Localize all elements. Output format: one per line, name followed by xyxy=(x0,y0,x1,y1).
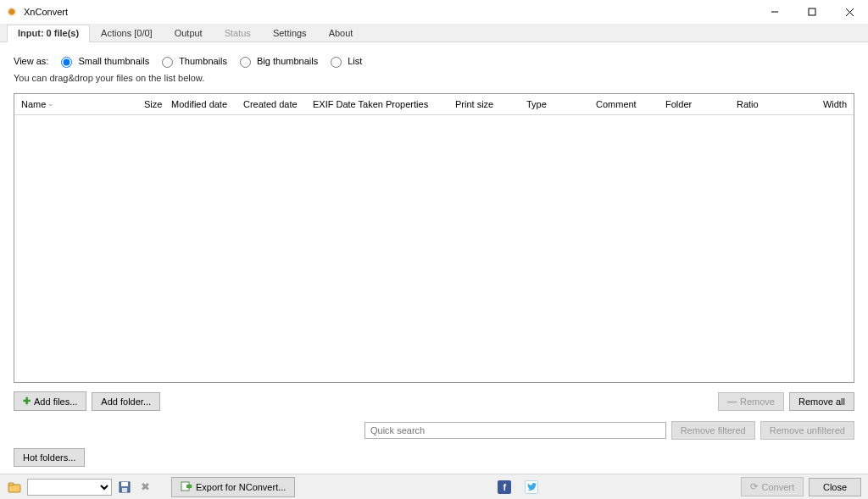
remove-button: — Remove xyxy=(718,392,784,411)
tab-input[interactable]: Input: 0 file(s) xyxy=(7,25,90,42)
col-size[interactable]: Size xyxy=(137,94,164,114)
tab-content-input: View as: Small thumbnails Thumbnails Big… xyxy=(0,42,868,474)
delete-preset-icon: ✖ xyxy=(137,480,153,495)
radio-list[interactable] xyxy=(331,57,342,68)
col-folder[interactable]: Folder xyxy=(659,94,730,114)
open-preset-icon[interactable] xyxy=(7,480,22,495)
twitter-icon[interactable] xyxy=(525,480,538,494)
col-width[interactable]: Width xyxy=(798,94,854,114)
add-folder-button[interactable]: Add folder... xyxy=(92,392,160,411)
view-as-label: View as: xyxy=(14,56,48,66)
close-window-button[interactable] xyxy=(831,0,868,24)
col-print-size[interactable]: Print size xyxy=(448,94,520,114)
status-bar: ✖ Export for NConvert... f ⟳ Convert Clo… xyxy=(0,474,868,499)
remove-unfiltered-button: Remove unfiltered xyxy=(760,421,854,440)
sort-indicator-icon: ⌄ xyxy=(47,99,54,108)
plus-icon: ✚ xyxy=(23,396,31,407)
view-as-small-thumbnails[interactable]: Small thumbnails xyxy=(57,54,149,68)
save-preset-icon[interactable] xyxy=(117,480,132,495)
convert-button: ⟳ Convert xyxy=(741,477,804,496)
maximize-button[interactable] xyxy=(793,0,831,24)
title-bar: ✹ XnConvert xyxy=(0,0,868,24)
radio-big-thumbnails[interactable] xyxy=(240,57,251,68)
remove-all-button[interactable]: Remove all xyxy=(789,392,854,411)
col-comment[interactable]: Comment xyxy=(589,94,659,114)
window-title: XnConvert xyxy=(24,7,68,17)
tab-actions[interactable]: Actions [0/0] xyxy=(90,25,164,42)
preset-select[interactable] xyxy=(27,479,112,496)
export-icon xyxy=(181,481,192,493)
view-as-list[interactable]: List xyxy=(326,54,362,68)
minimize-button[interactable] xyxy=(756,0,793,24)
radio-small-thumbnails[interactable] xyxy=(61,57,72,68)
tab-output[interactable]: Output xyxy=(164,25,214,42)
svg-rect-8 xyxy=(122,488,127,492)
hot-folders-button[interactable]: Hot folders... xyxy=(14,448,85,467)
radio-thumbnails[interactable] xyxy=(162,57,173,68)
col-name[interactable]: Name⌄ xyxy=(14,94,137,114)
file-list-body[interactable] xyxy=(14,115,854,369)
app-icon: ✹ xyxy=(5,5,19,19)
convert-icon: ⟳ xyxy=(750,481,758,492)
add-remove-row: ✚ Add files... Add folder... — Remove Re… xyxy=(14,391,854,411)
tab-status: Status xyxy=(214,25,262,42)
hot-folders-row: Hot folders... xyxy=(14,448,854,467)
view-as-row: View as: Small thumbnails Thumbnails Big… xyxy=(14,54,854,68)
tab-strip: Input: 0 file(s) Actions [0/0] Output St… xyxy=(0,24,868,42)
tab-settings[interactable]: Settings xyxy=(262,25,318,42)
add-files-button[interactable]: ✚ Add files... xyxy=(14,391,86,411)
quick-search-input[interactable] xyxy=(364,422,666,439)
drag-drop-hint: You can drag&drop your files on the list… xyxy=(14,73,854,83)
svg-rect-7 xyxy=(121,482,128,486)
file-list[interactable]: Name⌄ Size Modified date Created date EX… xyxy=(14,93,854,383)
col-exif-date-taken[interactable]: EXIF Date Taken xyxy=(306,94,379,114)
svg-rect-5 xyxy=(8,483,14,485)
minus-icon: — xyxy=(727,396,737,407)
view-as-big-thumbnails[interactable]: Big thumbnails xyxy=(236,54,318,68)
view-as-thumbnails[interactable]: Thumbnails xyxy=(158,54,227,68)
export-nconvert-button[interactable]: Export for NConvert... xyxy=(171,477,295,497)
file-list-header: Name⌄ Size Modified date Created date EX… xyxy=(14,94,854,115)
remove-filtered-button: Remove filtered xyxy=(671,421,755,440)
close-button[interactable]: Close xyxy=(809,478,861,496)
filter-row: Remove filtered Remove unfiltered xyxy=(14,421,854,440)
col-properties[interactable]: Properties xyxy=(379,94,448,114)
col-type[interactable]: Type xyxy=(520,94,589,114)
tab-about[interactable]: About xyxy=(318,25,364,42)
facebook-icon[interactable]: f xyxy=(498,480,511,494)
col-modified-date[interactable]: Modified date xyxy=(164,94,236,114)
col-ratio[interactable]: Ratio xyxy=(730,94,798,114)
col-created-date[interactable]: Created date xyxy=(236,94,306,114)
svg-rect-1 xyxy=(809,8,815,15)
